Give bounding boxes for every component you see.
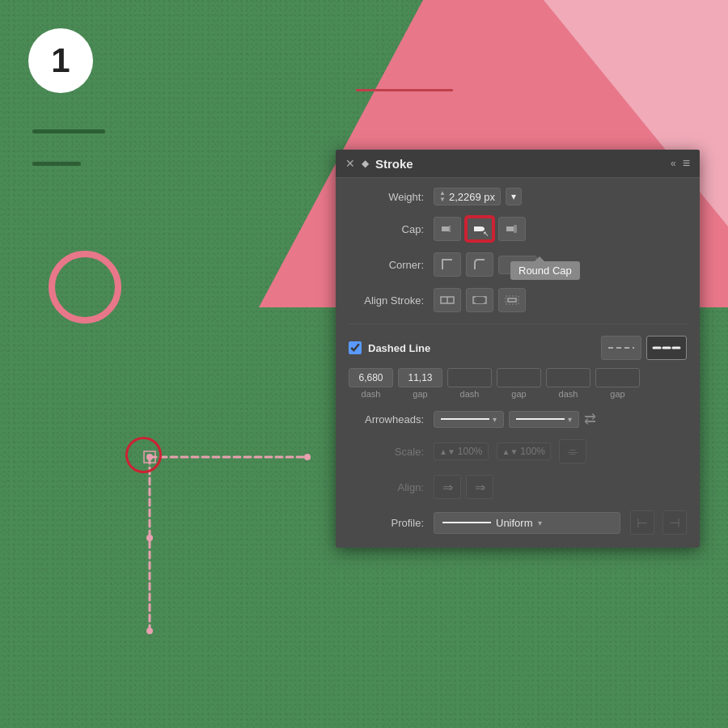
weight-label: Weight:: [349, 191, 434, 203]
profile-value: Uniform: [496, 517, 533, 529]
profile-flip-vertical-button[interactable]: ⊢: [630, 510, 654, 535]
dash-3-input[interactable]: [546, 368, 590, 387]
projecting-cap-button[interactable]: [498, 217, 526, 241]
dash-1-input[interactable]: [349, 368, 393, 387]
weight-row: Weight: ▲ ▼ 2,2269 px ▾: [349, 188, 687, 205]
dash-1-label: dash: [362, 389, 381, 399]
weight-value: 2,2269 px: [449, 191, 495, 203]
dash-pattern-2-button[interactable]: [646, 336, 687, 360]
align-controls: ⇒ ⇒: [434, 475, 493, 499]
align-btn-1: ⇒: [434, 475, 461, 499]
panel-titlebar: ✕ ◆ Stroke « ≡: [336, 150, 700, 178]
pink-circle: [49, 251, 121, 324]
spinner-arrows: ▲ ▼: [439, 190, 446, 203]
dash-2-col: dash: [447, 368, 492, 399]
butt-cap-button[interactable]: [434, 217, 461, 241]
svg-rect-16: [508, 298, 516, 302]
round-cap-button[interactable]: ↖: [466, 217, 493, 241]
cap-label: Cap:: [349, 223, 434, 235]
svg-rect-8: [449, 226, 451, 232]
gap-3-input[interactable]: [595, 368, 640, 387]
weight-spinner[interactable]: ▲ ▼ 2,2269 px: [434, 188, 501, 205]
svg-rect-9: [474, 226, 480, 231]
gap-2-col: gap: [497, 368, 541, 399]
decorative-line-1: [32, 129, 105, 133]
scale-controls: ▲▼ 100% ▲▼ 100% ⌯: [434, 439, 586, 463]
profile-select[interactable]: Uniform ▾: [434, 512, 620, 534]
align-label2: Align:: [349, 481, 434, 493]
divider: [349, 324, 687, 324]
svg-rect-11: [514, 225, 517, 233]
svg-point-3: [304, 454, 311, 460]
arrowhead-end-chevron: ▾: [568, 415, 572, 424]
arrowhead-swap-button[interactable]: ⇄: [584, 410, 596, 428]
arrowheads-label: Arrowheads:: [349, 413, 434, 425]
profile-chevron: ▾: [538, 518, 542, 527]
svg-point-4: [146, 535, 153, 541]
panel-close-icon[interactable]: ✕: [345, 157, 355, 170]
cap-row: Cap: ↖: [349, 217, 687, 241]
dashed-header: Dashed Line: [349, 336, 687, 360]
panel-menu-icon[interactable]: ≡: [683, 156, 690, 171]
path-drawing: [81, 396, 340, 679]
dashed-pattern-buttons: [601, 336, 687, 360]
gap-1-col: gap: [398, 368, 442, 399]
round-corner-button[interactable]: [466, 252, 493, 277]
align-stroke-controls: [434, 288, 526, 312]
miter-corner-button[interactable]: [434, 252, 461, 277]
gap-2-label: gap: [511, 389, 526, 399]
align-row: Align: ⇒ ⇒: [349, 475, 687, 499]
profile-flip-horizontal-button[interactable]: ⊣: [662, 510, 687, 535]
dashed-line-label: Dashed Line: [368, 342, 430, 354]
panel-arrow-icon: ◆: [362, 158, 369, 169]
align-outside-button[interactable]: [498, 288, 526, 312]
weight-dropdown[interactable]: ▾: [506, 188, 522, 205]
red-circle-marker: [125, 437, 162, 473]
decorative-line-2: [32, 162, 81, 166]
gap-1-input[interactable]: [398, 368, 442, 387]
gap-3-col: gap: [595, 368, 640, 399]
scale-value-2: 100%: [520, 446, 545, 457]
dash-3-label: dash: [559, 389, 578, 399]
dash-pattern-1-button[interactable]: [601, 336, 641, 360]
dash-2-input[interactable]: [447, 368, 492, 387]
profile-controls: Uniform ▾ ⊢ ⊣: [434, 510, 687, 535]
scale-value-1: 100%: [458, 446, 483, 457]
scale-row: Scale: ▲▼ 100% ▲▼ 100% ⌯: [349, 439, 687, 463]
arrowheads-controls: ▾ ▾ ⇄: [434, 410, 596, 428]
gap-3-label: gap: [610, 389, 624, 399]
scale-link-button: ⌯: [559, 439, 586, 463]
align-inside-button[interactable]: [466, 288, 493, 312]
svg-point-5: [146, 628, 153, 634]
pink-line-top: [356, 89, 453, 91]
profile-label: Profile:: [349, 517, 434, 529]
dash-1-col: dash: [349, 368, 393, 399]
profile-row: Profile: Uniform ▾ ⊢ ⊣: [349, 510, 687, 535]
round-cap-tooltip: Round Cap: [510, 261, 580, 280]
align-stroke-label: Align Stroke:: [349, 294, 434, 307]
svg-rect-10: [506, 226, 514, 231]
profile-line: [442, 522, 491, 523]
arrowhead-start-select[interactable]: ▾: [434, 411, 504, 428]
dashed-checkbox-row: Dashed Line: [349, 341, 430, 354]
align-btn-2: ⇒: [466, 475, 493, 499]
gap-2-input[interactable]: [497, 368, 541, 387]
arrowheads-row: Arrowheads: ▾ ▾ ⇄: [349, 410, 687, 428]
arrowhead-end-line: [516, 418, 565, 420]
double-arrow-icon[interactable]: «: [671, 158, 676, 169]
cap-controls: ↖: [434, 217, 526, 241]
arrowhead-end-select[interactable]: ▾: [509, 411, 579, 428]
dashed-line-checkbox[interactable]: [349, 341, 362, 354]
arrowhead-start-chevron: ▾: [493, 415, 497, 424]
arrowhead-start-line: [441, 418, 489, 420]
stroke-panel: ✕ ◆ Stroke « ≡ Weight: ▲ ▼ 2,2269 px ▾: [336, 150, 700, 548]
weight-controls: ▲ ▼ 2,2269 px ▾: [434, 188, 522, 205]
panel-title: Stroke: [375, 157, 413, 171]
svg-rect-15: [476, 297, 484, 303]
align-stroke-row: Align Stroke:: [349, 288, 687, 312]
panel-body: Weight: ▲ ▼ 2,2269 px ▾ Cap:: [336, 178, 700, 548]
scale-label: Scale:: [349, 446, 434, 458]
align-center-button[interactable]: [434, 288, 461, 312]
svg-rect-7: [442, 226, 449, 231]
dashed-line-section: Dashed Line: [349, 336, 687, 399]
